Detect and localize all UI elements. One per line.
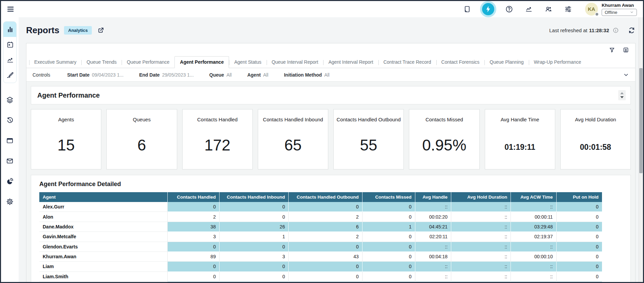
chevron-down-icon bbox=[630, 10, 634, 14]
kpi-value: 15 bbox=[58, 136, 75, 154]
value-cell: 0 bbox=[168, 271, 220, 281]
tab-contract-trace-record[interactable]: Contract Trace Record bbox=[378, 57, 436, 68]
value-cell: :: bbox=[451, 212, 511, 222]
kpi-contacts-missed: Contacts Missed0.95% bbox=[409, 109, 479, 169]
tab-agent-status[interactable]: Agent Status bbox=[229, 57, 266, 68]
section-header: Agent Performance bbox=[31, 86, 631, 104]
nav-history[interactable] bbox=[3, 112, 17, 128]
directory-people-icon[interactable] bbox=[542, 2, 555, 16]
value-cell: 0 bbox=[168, 282, 220, 282]
controls-expand-chevron-icon[interactable] bbox=[623, 72, 629, 78]
nav-designer[interactable] bbox=[3, 67, 17, 83]
filter-start-date[interactable]: Start Date09/04/2023 1... bbox=[67, 72, 124, 78]
value-cell: :: bbox=[451, 232, 511, 242]
filter-queue[interactable]: QueueAll bbox=[209, 72, 232, 78]
nav-window[interactable] bbox=[3, 133, 17, 149]
spinner-up-icon[interactable] bbox=[620, 92, 624, 94]
value-cell: 0 bbox=[556, 282, 602, 282]
avatar[interactable]: KA bbox=[585, 3, 598, 16]
value-cell: 6 bbox=[289, 222, 362, 231]
tab-agent-interval-report[interactable]: Agent Interval Report bbox=[323, 57, 378, 68]
filter-initiation-method[interactable]: Initiation MethodAll bbox=[284, 72, 330, 78]
value-cell: :: bbox=[415, 282, 451, 282]
metrics-chart-icon[interactable] bbox=[522, 2, 536, 16]
section-title: Agent Performance bbox=[37, 92, 100, 99]
sidebar-list bbox=[3, 83, 17, 210]
kpi-value: 172 bbox=[204, 136, 230, 154]
hamburger-menu-icon[interactable] bbox=[4, 3, 17, 15]
value-cell: 1 bbox=[219, 232, 288, 242]
value-cell: 43 bbox=[289, 251, 362, 261]
help-icon[interactable] bbox=[502, 2, 516, 16]
avatar-initials: KA bbox=[588, 6, 595, 12]
scrollbar-thumb[interactable] bbox=[639, 68, 643, 173]
notes-icon[interactable] bbox=[460, 2, 474, 16]
tab-queue-planning[interactable]: Queue Planning bbox=[484, 57, 528, 68]
detail-section: Agent Performance Detailed AgentContacts… bbox=[31, 175, 631, 282]
tab-queue-interval-report[interactable]: Queue Interval Report bbox=[267, 57, 324, 68]
value-cell: 0 bbox=[556, 251, 602, 261]
tab-wrap-up-performance[interactable]: Wrap-Up Performance bbox=[529, 57, 586, 68]
value-cell: :: bbox=[415, 271, 451, 281]
tab-executive-summary[interactable]: Executive Summary bbox=[29, 57, 81, 68]
kpi-avg-hold-duration: Avg Hold Duration00:01:58 bbox=[560, 109, 631, 169]
table-row: Alex.Gurr0000::::::0 bbox=[39, 202, 602, 212]
status-dropdown[interactable]: Offline bbox=[602, 9, 637, 16]
value-cell: :: bbox=[451, 202, 511, 212]
analytics-badge: Analytics bbox=[64, 26, 92, 35]
kpi-contacts-handled: Contacts Handled172 bbox=[182, 109, 253, 169]
value-cell: 0 bbox=[362, 271, 415, 281]
column-header-contacts-handled-outbound: Contacts Handled Outbound bbox=[289, 192, 362, 202]
section-scroll-spinner[interactable] bbox=[618, 90, 626, 100]
value-cell: :: bbox=[451, 242, 511, 251]
tab-queue-performance[interactable]: Queue Performance bbox=[122, 57, 174, 68]
main-content: Reports Analytics Last refreshed at 11:2… bbox=[19, 17, 643, 282]
nav-settings[interactable] bbox=[3, 194, 17, 210]
app-body: Reports Analytics Last refreshed at 11:2… bbox=[1, 17, 643, 282]
nav-calendar[interactable] bbox=[3, 37, 17, 52]
nav-reports[interactable] bbox=[3, 22, 17, 37]
value-cell: 00:02:20 bbox=[415, 212, 451, 222]
refresh-icon[interactable] bbox=[628, 26, 636, 34]
value-cell: 0 bbox=[556, 212, 602, 222]
page-header: Reports Analytics Last refreshed at 11:2… bbox=[26, 17, 636, 43]
agent-name-cell: Alon bbox=[39, 212, 168, 222]
nav-layers[interactable] bbox=[3, 92, 17, 108]
agent-name-cell: Dane.Maddox bbox=[39, 222, 168, 231]
spinner-down-icon[interactable] bbox=[620, 96, 624, 98]
external-link-icon[interactable] bbox=[97, 26, 105, 34]
filter-end-date[interactable]: End Date29/05/2023 1... bbox=[139, 72, 194, 78]
value-cell: 0 bbox=[289, 202, 362, 212]
topbar-right: KA Khurram Awan Offline bbox=[460, 2, 637, 16]
nav-pie-chart[interactable] bbox=[3, 173, 17, 189]
value-cell: 03:29:48 bbox=[511, 222, 557, 231]
kpi-queues: Queues6 bbox=[106, 109, 177, 169]
filter-icon[interactable] bbox=[609, 47, 615, 53]
nav-trends[interactable] bbox=[3, 52, 17, 67]
value-cell: 0 bbox=[362, 212, 415, 222]
value-cell: 0 bbox=[219, 212, 288, 222]
tab-contact-forensics[interactable]: Contact Forensics bbox=[436, 57, 485, 68]
value-cell: 0 bbox=[168, 262, 220, 271]
agent-name-cell: Liam bbox=[39, 262, 168, 271]
value-cell: 0 bbox=[556, 271, 602, 281]
settings-sliders-icon[interactable] bbox=[561, 2, 575, 16]
download-icon[interactable] bbox=[623, 47, 629, 53]
value-cell: 2 bbox=[289, 232, 362, 242]
topbar: KA Khurram Awan Offline bbox=[1, 1, 643, 17]
filter-agent[interactable]: AgentAll bbox=[247, 72, 268, 78]
info-icon[interactable] bbox=[612, 27, 619, 34]
kpi-row: Agents15Queues6Contacts Handled172Contac… bbox=[31, 109, 631, 169]
realtime-bolt-icon[interactable] bbox=[482, 3, 494, 15]
value-cell: 0 bbox=[556, 242, 602, 251]
vertical-scrollbar[interactable] bbox=[639, 17, 643, 282]
value-cell: 02:20:11 bbox=[415, 232, 451, 242]
report-tabs: Executive SummaryQueue TrendsQueue Perfo… bbox=[26, 56, 635, 68]
value-cell: 0 bbox=[289, 282, 362, 282]
tab-agent-performance[interactable]: Agent Performance bbox=[174, 56, 229, 68]
nav-mail[interactable] bbox=[3, 153, 17, 169]
tab-queue-trends[interactable]: Queue Trends bbox=[81, 57, 122, 68]
controls-bar: Controls Start Date09/04/2023 1...End Da… bbox=[26, 68, 635, 82]
value-cell: 0 bbox=[362, 202, 415, 212]
value-cell: 0 bbox=[362, 242, 415, 251]
